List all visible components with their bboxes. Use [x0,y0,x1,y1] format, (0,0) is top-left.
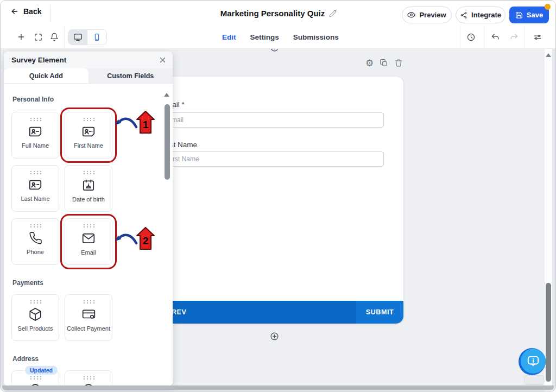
tab-quick-add[interactable]: Quick Add [4,68,89,83]
element-card-label: Email [81,249,96,256]
window-edge [552,48,556,392]
save-icon [515,11,523,19]
tab-edit[interactable]: Edit [222,33,236,41]
element-card-label: Phone [27,249,44,255]
element-card-address-2[interactable] [65,370,112,386]
element-card-phone[interactable]: Phone [11,218,59,265]
element-card-last-name[interactable]: Last Name [11,165,59,212]
drag-handle-icon[interactable] [29,376,41,380]
trash-icon[interactable] [394,59,403,68]
drag-handle-icon[interactable] [83,300,94,304]
submit-button[interactable]: SUBMIT [356,301,403,324]
share-icon [460,11,467,19]
element-card-label: Date of birth [72,196,105,203]
payments-grid: Sell Products Collect Payment [11,294,173,341]
sliders-icon[interactable] [533,33,542,42]
section-label-address: Address [12,355,173,363]
survey-element-panel: Survey Element Quick Add Custom Fields P… [4,52,173,386]
drag-handle-icon[interactable] [83,224,94,227]
monitor-icon [73,33,83,42]
help-chat-button[interactable] [519,348,546,375]
chat-bubble [521,349,546,374]
element-card-label: First Name [74,142,103,149]
section-label-personal-info: Personal Info [12,96,173,103]
element-card-sell-products[interactable]: Sell Products [11,294,59,341]
panel-scroll-up-arrow[interactable] [164,93,169,97]
page-scrollbar-thumb[interactable] [546,283,551,382]
email-icon [81,231,96,245]
undo-icon[interactable] [491,33,500,42]
save-button[interactable]: Save [509,7,549,23]
gear-icon[interactable]: ⚙ [365,59,374,68]
window-bottom-edge [2,385,554,390]
eye-icon [407,11,415,19]
top-bar: Back Marketing Personality Quiz Preview … [1,1,556,27]
element-card-full-name[interactable]: Full Name [11,112,59,159]
tab-settings[interactable]: Settings [250,33,279,41]
drag-handle-icon[interactable] [83,170,94,174]
panel-scrollbar-thumb[interactable] [165,104,170,180]
integrate-label: Integrate [471,11,501,19]
panel-content: Personal Info Full Name First Name [4,96,173,386]
device-toggle [68,29,107,45]
editor-toolbar: Edit Settings Submissions [1,26,556,49]
mobile-view-button[interactable] [87,30,106,45]
element-card-label: Sell Products [18,325,53,332]
panel-header: Survey Element [4,52,173,68]
add-element-below-icon[interactable] [270,332,279,341]
edit-title-pencil-icon[interactable] [329,10,337,17]
app-window: ⚙ Email * First Name PREV SUBMIT [0,0,556,392]
close-icon[interactable] [159,56,166,64]
add-element-above-icon[interactable] [270,48,279,52]
project-title-wrap: Marketing Personality Quiz [170,1,387,26]
history-icon[interactable] [466,33,476,42]
prev-button[interactable]: PREV [145,301,356,324]
element-card-email[interactable]: Email [65,218,112,265]
updated-badge: Updated [25,366,58,375]
desktop-view-button[interactable] [68,30,87,45]
element-card-date-of-birth[interactable]: Date of birth [65,165,112,212]
id-card-icon [81,125,96,138]
tab-submissions[interactable]: Submissions [293,33,339,41]
tab-custom-fields[interactable]: Custom Fields [89,68,173,83]
element-card-address-1[interactable]: Updated [11,370,59,386]
element-card-label: Last Name [21,195,49,202]
preview-button[interactable]: Preview [402,7,452,23]
notification-dot [545,4,551,10]
mode-tabs: Edit Settings Submissions [222,26,339,48]
drag-handle-icon[interactable] [29,224,41,227]
block-actions: ⚙ [365,59,403,68]
integrate-button[interactable]: Integrate [456,7,506,23]
hidden-widget [524,375,544,385]
address-grid: Updated [11,370,173,386]
drag-handle-icon[interactable] [83,117,94,121]
email-input[interactable] [161,112,384,128]
first-name-input[interactable] [161,151,384,167]
redo-icon[interactable] [509,33,519,42]
element-card-label: Full Name [22,142,49,149]
required-marker: * [182,100,185,109]
drag-handle-icon[interactable] [29,170,41,174]
drag-handle-icon[interactable] [29,300,41,304]
drag-handle-icon[interactable] [29,117,41,121]
phone-icon [29,231,42,245]
element-card-label: Collect Payment [67,325,110,332]
section-label-payments: Payments [12,279,173,287]
scroll-up-arrow[interactable] [546,53,551,57]
package-icon [28,307,42,321]
bell-icon[interactable] [50,33,59,41]
credit-card-icon [81,307,96,321]
panel-title: Survey Element [11,56,66,64]
save-label: Save [527,11,543,19]
elements-icon[interactable] [34,33,43,42]
calendar-icon [81,178,96,192]
duplicate-icon[interactable] [380,59,388,68]
drag-handle-icon[interactable] [83,376,94,380]
id-card-icon [28,125,43,138]
form-footer: PREV SUBMIT [145,301,403,324]
element-card-first-name[interactable]: First Name [65,112,112,159]
form-block: Email * First Name PREV SUBMIT [145,77,403,324]
back-button[interactable]: Back [10,7,41,16]
element-card-collect-payment[interactable]: Collect Payment [65,294,112,341]
add-icon[interactable] [17,33,26,41]
